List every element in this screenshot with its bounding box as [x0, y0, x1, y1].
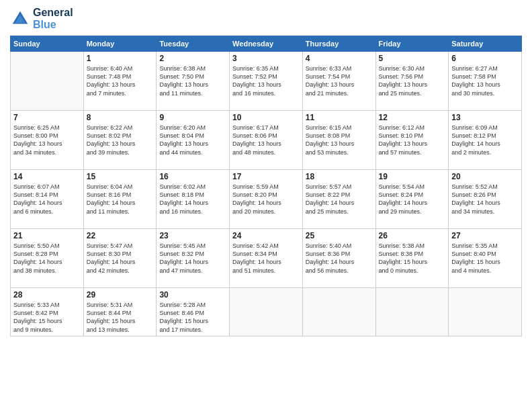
calendar-cell: 19Sunrise: 5:54 AM Sunset: 8:24 PM Dayli… — [375, 170, 449, 229]
day-number: 5 — [379, 54, 446, 63]
day-number: 15 — [87, 172, 154, 181]
day-info: Sunrise: 6:15 AM Sunset: 8:08 PM Dayligh… — [306, 124, 373, 156]
day-info: Sunrise: 6:02 AM Sunset: 8:18 PM Dayligh… — [159, 183, 226, 216]
calendar-cell: 13Sunrise: 6:09 AM Sunset: 8:12 PM Dayli… — [449, 111, 522, 170]
day-number: 22 — [87, 231, 154, 240]
calendar-cell — [375, 288, 449, 336]
calendar-cell: 15Sunrise: 6:04 AM Sunset: 8:16 PM Dayli… — [83, 170, 157, 229]
calendar-cell: 5Sunrise: 6:30 AM Sunset: 7:56 PM Daylig… — [375, 52, 449, 111]
day-info: Sunrise: 5:52 AM Sunset: 8:26 PM Dayligh… — [451, 183, 519, 216]
day-number: 19 — [379, 172, 446, 181]
calendar-cell: 27Sunrise: 5:35 AM Sunset: 8:40 PM Dayli… — [449, 229, 522, 288]
week-row-3: 14Sunrise: 6:07 AM Sunset: 8:14 PM Dayli… — [11, 170, 522, 229]
day-info: Sunrise: 5:54 AM Sunset: 8:24 PM Dayligh… — [379, 183, 446, 216]
calendar-cell: 11Sunrise: 6:15 AM Sunset: 8:08 PM Dayli… — [302, 111, 375, 170]
week-row-5: 28Sunrise: 5:33 AM Sunset: 8:42 PM Dayli… — [11, 288, 522, 336]
week-row-4: 21Sunrise: 5:50 AM Sunset: 8:28 PM Dayli… — [11, 229, 522, 288]
weekday-tuesday: Tuesday — [157, 36, 230, 52]
weekday-saturday: Saturday — [449, 36, 522, 52]
calendar-cell: 6Sunrise: 6:27 AM Sunset: 7:58 PM Daylig… — [449, 52, 522, 111]
calendar-cell: 14Sunrise: 6:07 AM Sunset: 8:14 PM Dayli… — [11, 170, 84, 229]
day-number: 2 — [159, 54, 226, 63]
day-number: 27 — [451, 231, 519, 240]
logo-icon — [10, 9, 30, 29]
day-info: Sunrise: 6:07 AM Sunset: 8:14 PM Dayligh… — [13, 183, 81, 216]
day-info: Sunrise: 5:31 AM Sunset: 8:44 PM Dayligh… — [87, 301, 154, 334]
day-info: Sunrise: 5:50 AM Sunset: 8:28 PM Dayligh… — [13, 242, 81, 275]
day-info: Sunrise: 6:04 AM Sunset: 8:16 PM Dayligh… — [87, 183, 154, 216]
day-info: Sunrise: 5:45 AM Sunset: 8:32 PM Dayligh… — [159, 242, 226, 275]
day-info: Sunrise: 5:42 AM Sunset: 8:34 PM Dayligh… — [232, 242, 300, 275]
day-info: Sunrise: 6:12 AM Sunset: 8:10 PM Dayligh… — [379, 124, 446, 156]
day-number: 25 — [306, 231, 373, 240]
calendar-cell: 23Sunrise: 5:45 AM Sunset: 8:32 PM Dayli… — [157, 229, 230, 288]
day-info: Sunrise: 6:35 AM Sunset: 7:52 PM Dayligh… — [232, 64, 300, 97]
day-info: Sunrise: 6:30 AM Sunset: 7:56 PM Dayligh… — [379, 64, 446, 97]
day-info: Sunrise: 5:38 AM Sunset: 8:38 PM Dayligh… — [379, 242, 446, 275]
day-number: 20 — [451, 172, 519, 181]
calendar-cell: 30Sunrise: 5:28 AM Sunset: 8:46 PM Dayli… — [157, 288, 230, 336]
day-info: Sunrise: 5:57 AM Sunset: 8:22 PM Dayligh… — [306, 183, 373, 216]
day-number: 9 — [159, 113, 226, 122]
day-number: 4 — [306, 54, 373, 63]
day-number: 28 — [13, 290, 81, 300]
calendar-cell: 26Sunrise: 5:38 AM Sunset: 8:38 PM Dayli… — [375, 229, 449, 288]
day-info: Sunrise: 6:25 AM Sunset: 8:00 PM Dayligh… — [13, 124, 81, 156]
day-number: 11 — [306, 113, 373, 122]
calendar-cell: 2Sunrise: 6:38 AM Sunset: 7:50 PM Daylig… — [157, 52, 230, 111]
day-info: Sunrise: 6:22 AM Sunset: 8:02 PM Dayligh… — [87, 124, 154, 156]
day-number: 18 — [306, 172, 373, 181]
calendar-cell — [302, 288, 375, 336]
calendar-cell: 7Sunrise: 6:25 AM Sunset: 8:00 PM Daylig… — [11, 111, 84, 170]
page: General Blue SundayMondayTuesdayWednesda… — [0, 0, 532, 411]
day-info: Sunrise: 5:35 AM Sunset: 8:40 PM Dayligh… — [451, 242, 519, 275]
calendar-cell: 1Sunrise: 6:40 AM Sunset: 7:48 PM Daylig… — [83, 52, 157, 111]
day-info: Sunrise: 6:33 AM Sunset: 7:54 PM Dayligh… — [306, 64, 373, 97]
calendar-cell: 24Sunrise: 5:42 AM Sunset: 8:34 PM Dayli… — [230, 229, 303, 288]
day-number: 30 — [159, 290, 226, 300]
day-number: 29 — [87, 290, 154, 300]
calendar-cell: 12Sunrise: 6:12 AM Sunset: 8:10 PM Dayli… — [375, 111, 449, 170]
calendar-cell: 17Sunrise: 5:59 AM Sunset: 8:20 PM Dayli… — [230, 170, 303, 229]
day-number: 17 — [232, 172, 300, 181]
weekday-thursday: Thursday — [302, 36, 375, 52]
weekday-header-row: SundayMondayTuesdayWednesdayThursdayFrid… — [11, 36, 522, 52]
day-info: Sunrise: 6:17 AM Sunset: 8:06 PM Dayligh… — [232, 124, 300, 156]
logo: General Blue — [10, 7, 73, 30]
calendar-cell: 29Sunrise: 5:31 AM Sunset: 8:44 PM Dayli… — [83, 288, 157, 336]
week-row-1: 1Sunrise: 6:40 AM Sunset: 7:48 PM Daylig… — [11, 52, 522, 111]
day-info: Sunrise: 6:20 AM Sunset: 8:04 PM Dayligh… — [159, 124, 226, 156]
day-info: Sunrise: 5:47 AM Sunset: 8:30 PM Dayligh… — [87, 242, 154, 275]
day-number: 12 — [379, 113, 446, 122]
calendar-cell: 20Sunrise: 5:52 AM Sunset: 8:26 PM Dayli… — [449, 170, 522, 229]
calendar-cell: 28Sunrise: 5:33 AM Sunset: 8:42 PM Dayli… — [11, 288, 84, 336]
calendar-cell: 25Sunrise: 5:40 AM Sunset: 8:36 PM Dayli… — [302, 229, 375, 288]
calendar-cell: 4Sunrise: 6:33 AM Sunset: 7:54 PM Daylig… — [302, 52, 375, 111]
day-number: 3 — [232, 54, 300, 63]
calendar-cell: 18Sunrise: 5:57 AM Sunset: 8:22 PM Dayli… — [302, 170, 375, 229]
calendar-table: SundayMondayTuesdayWednesdayThursdayFrid… — [10, 36, 522, 336]
day-number: 23 — [159, 231, 226, 240]
day-info: Sunrise: 5:28 AM Sunset: 8:46 PM Dayligh… — [159, 301, 226, 334]
logo-text: General Blue — [33, 7, 73, 30]
calendar-cell: 22Sunrise: 5:47 AM Sunset: 8:30 PM Dayli… — [83, 229, 157, 288]
day-number: 16 — [159, 172, 226, 181]
calendar-cell: 8Sunrise: 6:22 AM Sunset: 8:02 PM Daylig… — [83, 111, 157, 170]
day-number: 14 — [13, 172, 81, 181]
day-number: 8 — [87, 113, 154, 122]
day-info: Sunrise: 6:38 AM Sunset: 7:50 PM Dayligh… — [159, 64, 226, 97]
header: General Blue — [10, 7, 522, 30]
week-row-2: 7Sunrise: 6:25 AM Sunset: 8:00 PM Daylig… — [11, 111, 522, 170]
day-info: Sunrise: 6:40 AM Sunset: 7:48 PM Dayligh… — [87, 64, 154, 97]
weekday-sunday: Sunday — [11, 36, 84, 52]
day-info: Sunrise: 5:59 AM Sunset: 8:20 PM Dayligh… — [232, 183, 300, 216]
day-number: 7 — [13, 113, 81, 122]
calendar-cell: 21Sunrise: 5:50 AM Sunset: 8:28 PM Dayli… — [11, 229, 84, 288]
weekday-monday: Monday — [83, 36, 157, 52]
weekday-friday: Friday — [375, 36, 449, 52]
calendar-cell — [11, 52, 84, 111]
day-info: Sunrise: 6:09 AM Sunset: 8:12 PM Dayligh… — [451, 124, 519, 156]
calendar-cell: 16Sunrise: 6:02 AM Sunset: 8:18 PM Dayli… — [157, 170, 230, 229]
calendar-cell — [230, 288, 303, 336]
calendar-cell: 3Sunrise: 6:35 AM Sunset: 7:52 PM Daylig… — [230, 52, 303, 111]
